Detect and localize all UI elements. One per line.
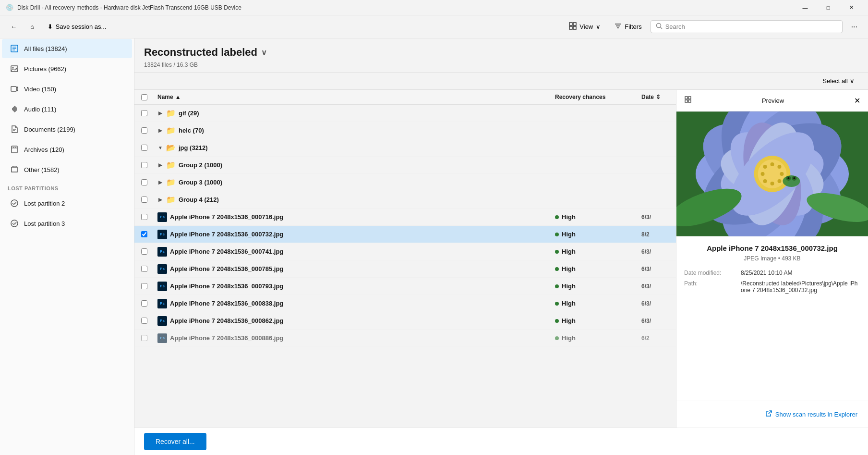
row-checkbox[interactable] xyxy=(141,127,147,134)
sidebar-item-archives[interactable]: Archives (120) xyxy=(2,140,132,159)
row-checkbox[interactable] xyxy=(141,231,147,237)
table-row[interactable]: Ps Apple iPhone 7 2048x1536_000793.jpg H… xyxy=(134,278,676,295)
folder-toggle-icon[interactable]: ▼ xyxy=(157,145,163,151)
sidebar-item-other[interactable]: Other (1582) xyxy=(2,160,132,179)
svg-rect-29 xyxy=(688,100,691,102)
row-checkbox[interactable] xyxy=(141,179,147,185)
table-row[interactable]: ▶ 📁 heic (70) xyxy=(134,122,676,139)
table-row[interactable]: ▶ 📁 gif (29) xyxy=(134,105,676,122)
table-row[interactable]: Ps Apple iPhone 7 2048x1536_000838.jpg H… xyxy=(134,295,676,312)
preview-image-container xyxy=(676,111,868,236)
lost-partitions-section: Lost partitions xyxy=(0,180,134,193)
row-checkbox[interactable] xyxy=(141,214,147,220)
recovery-label: High xyxy=(562,231,576,238)
row-checkbox[interactable] xyxy=(141,318,147,324)
name-column-header[interactable]: Name ▲ xyxy=(154,90,551,104)
row-recovery xyxy=(551,111,638,116)
preview-expand-button[interactable] xyxy=(682,94,694,107)
file-list-main[interactable]: Name ▲ Recovery chances Date ⇕ ▶ xyxy=(134,90,676,428)
row-date: 6/3/ xyxy=(638,280,676,293)
table-row[interactable]: ▼ 📂 jpg (3212) xyxy=(134,139,676,157)
audio-icon xyxy=(10,104,19,114)
row-checkbox[interactable] xyxy=(141,283,147,289)
lost-partition-3-label: Lost partition 3 xyxy=(24,220,124,227)
recover-all-button[interactable]: Recover all... xyxy=(144,433,206,450)
date-column-header[interactable]: Date ⇕ xyxy=(638,90,676,104)
select-all-button[interactable]: Select all ∨ xyxy=(819,75,858,86)
row-checkbox[interactable] xyxy=(141,110,147,116)
svg-point-54 xyxy=(783,175,800,187)
save-session-button[interactable]: ⬇ Save session as... xyxy=(43,20,111,33)
file-list-container: Name ▲ Recovery chances Date ⇕ ▶ xyxy=(134,90,868,428)
home-button[interactable]: ⌂ xyxy=(25,20,39,33)
folder-toggle-icon[interactable]: ▶ xyxy=(157,111,163,116)
select-all-label: Select all xyxy=(822,77,848,85)
row-date xyxy=(638,162,676,168)
video-icon xyxy=(10,84,19,94)
preview-date-label: Date modified: xyxy=(684,270,737,276)
table-row[interactable]: Ps Apple iPhone 7 2048x1536_000741.jpg H… xyxy=(134,243,676,260)
row-checkbox[interactable] xyxy=(141,335,147,341)
row-recovery xyxy=(551,145,638,151)
sidebar-item-lost-partition-2[interactable]: Lost partition 2 xyxy=(2,194,132,213)
show-scan-label: Show scan results in Explorer xyxy=(775,411,857,418)
audio-label: Audio (111) xyxy=(24,106,124,113)
recovery-dot-icon xyxy=(555,336,559,340)
select-all-chevron-icon: ∨ xyxy=(850,77,855,85)
folder-toggle-icon[interactable]: ▶ xyxy=(157,197,163,203)
select-all-checkbox[interactable] xyxy=(141,94,147,100)
row-date xyxy=(638,128,676,134)
sidebar-item-all-files[interactable]: All files (13824) xyxy=(2,39,132,58)
search-input[interactable] xyxy=(665,23,837,30)
sidebar-item-video[interactable]: Video (150) xyxy=(2,79,132,98)
toolbar: ← ⌂ ⬇ Save session as... View ∨ Filters … xyxy=(0,15,868,38)
back-button[interactable]: ← xyxy=(6,20,22,33)
row-checkbox[interactable] xyxy=(141,162,147,168)
content-title-text: Reconstructed labeled xyxy=(144,46,257,59)
sidebar-item-lost-partition-3[interactable]: Lost partition 3 xyxy=(2,214,132,233)
filters-button[interactable]: Filters xyxy=(609,19,646,34)
folder-toggle-icon[interactable]: ▶ xyxy=(157,180,163,185)
table-row[interactable]: Ps Apple iPhone 7 2048x1536_000716.jpg H… xyxy=(134,209,676,226)
row-checkbox[interactable] xyxy=(141,266,147,272)
row-checkbox[interactable] xyxy=(141,300,147,307)
title-dropdown-icon[interactable]: ∨ xyxy=(261,48,267,57)
recovery-label: High xyxy=(562,248,576,255)
ps-file-icon: Ps xyxy=(157,282,167,291)
table-row[interactable]: Ps Apple iPhone 7 2048x1536_000732.jpg H… xyxy=(134,226,676,243)
svg-rect-0 xyxy=(569,23,572,25)
table-row[interactable]: ▶ 📁 Group 2 (1000) xyxy=(134,157,676,174)
recovery-col-label: Recovery chances xyxy=(555,94,605,100)
sidebar-item-documents[interactable]: Documents (2199) xyxy=(2,120,132,139)
folder-toggle-icon[interactable]: ▶ xyxy=(157,162,163,168)
table-row[interactable]: Ps Apple iPhone 7 2048x1536_000785.jpg H… xyxy=(134,260,676,278)
recovery-label: High xyxy=(562,265,576,272)
table-row[interactable]: ▶ 📁 Group 3 (1000) xyxy=(134,174,676,191)
maximize-button[interactable]: □ xyxy=(817,0,839,15)
recovery-column-header[interactable]: Recovery chances xyxy=(551,90,638,104)
view-button[interactable]: View ∨ xyxy=(564,19,605,34)
table-row[interactable]: ▶ 📁 Group 4 (212) xyxy=(134,191,676,209)
folder-toggle-icon[interactable]: ▶ xyxy=(157,128,163,134)
preview-close-button[interactable]: ✕ xyxy=(852,94,862,107)
window-controls: — □ ✕ xyxy=(794,0,862,15)
sidebar-item-pictures[interactable]: Pictures (9662) xyxy=(2,59,132,78)
row-name: Apple iPhone 7 2048x1536_000741.jpg xyxy=(170,248,283,255)
row-checkbox[interactable] xyxy=(141,197,147,203)
folder-icon: 📁 xyxy=(166,178,176,187)
row-checkbox[interactable] xyxy=(141,248,147,255)
table-row[interactable]: Ps Apple iPhone 7 2048x1536_000862.jpg H… xyxy=(134,312,676,330)
sidebar-item-audio[interactable]: Audio (111) xyxy=(2,99,132,119)
recovery-dot-icon xyxy=(555,267,559,271)
row-name: Apple iPhone 7 2048x1536_000838.jpg xyxy=(170,300,283,307)
minimize-button[interactable]: — xyxy=(794,0,816,15)
show-scan-results-button[interactable]: Show scan results in Explorer xyxy=(760,407,862,422)
more-options-button[interactable]: ··· xyxy=(846,20,862,34)
row-checkbox[interactable] xyxy=(141,145,147,151)
table-row[interactable]: Ps Apple iPhone 7 2048x1536_000886.jpg H… xyxy=(134,330,676,347)
row-date: 6/3/ xyxy=(638,263,676,275)
filters-icon xyxy=(614,22,622,31)
close-button[interactable]: ✕ xyxy=(840,0,862,15)
search-box[interactable] xyxy=(651,20,843,33)
preview-info: Apple iPhone 7 2048x1536_000732.jpg JPEG… xyxy=(676,236,868,401)
